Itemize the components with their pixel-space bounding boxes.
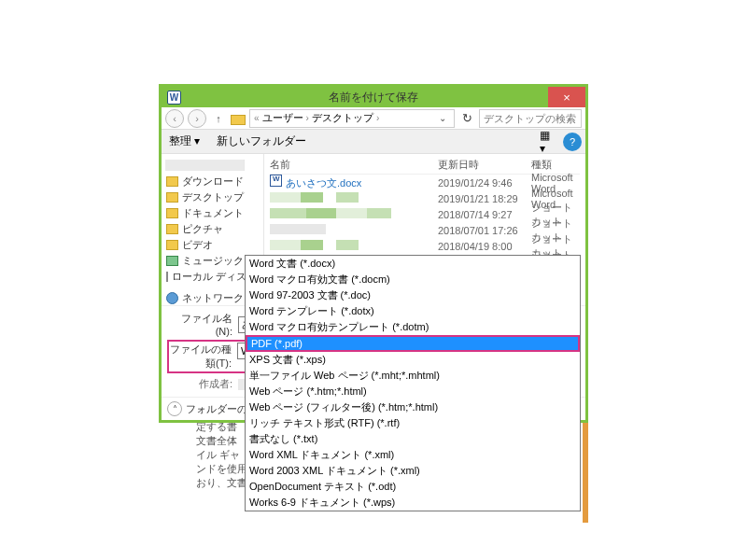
new-folder-button[interactable]: 新しいフォルダー <box>217 133 306 149</box>
close-button[interactable]: × <box>548 87 585 107</box>
sidebar-item-label: デスクトップ <box>182 190 244 204</box>
nav-bar: ‹ › ↑ « ユーザー › デスクトップ › ⌄ ↻ <box>162 107 585 130</box>
filetype-option[interactable]: Word マクロ有効文書 (*.docm) <box>246 272 580 287</box>
titlebar: W 名前を付けて保存 × <box>162 87 585 107</box>
sidebar-item-desktop[interactable]: デスクトップ <box>165 189 260 205</box>
filetype-option[interactable]: 書式なし (*.txt) <box>246 431 580 447</box>
filetype-option[interactable]: Word 文書 (*.docx) <box>246 256 580 272</box>
folder-icon <box>166 192 178 203</box>
file-date: 2018/07/14 9:27 <box>438 209 531 220</box>
sidebar-item-label: ドキュメント <box>182 206 244 220</box>
col-name[interactable]: 名前 <box>270 158 438 172</box>
filetype-option[interactable]: 単一ファイル Web ページ (*.mht;*.mhtml) <box>246 368 580 384</box>
filetype-option[interactable]: Web ページ (フィルター後) (*.htm;*.html) <box>246 399 580 415</box>
folder-icon <box>166 176 178 187</box>
file-date: 2018/04/19 8:00 <box>438 241 531 252</box>
sidebar-item-label: ビデオ <box>182 238 213 252</box>
filename-label: ファイル名(N): <box>167 312 238 337</box>
sidebar-item-documents[interactable]: ドキュメント <box>165 205 260 221</box>
breadcrumb[interactable]: « ユーザー › デスクトップ › ⌄ <box>249 109 455 128</box>
blurred-filename <box>270 240 359 250</box>
sidebar-item-pictures[interactable]: ピクチャ <box>165 221 260 237</box>
dialog-title: 名前を付けて保存 <box>162 90 585 105</box>
filetype-option[interactable]: PDF (*.pdf) <box>246 335 580 352</box>
folder-icon <box>231 112 246 125</box>
sidebar-item-label: ダウンロード <box>182 175 244 189</box>
filetype-label: ファイルの種類(T): <box>170 343 237 371</box>
view-button[interactable]: ▦ ▾ <box>539 133 559 151</box>
search-input[interactable] <box>479 109 582 128</box>
help-button[interactable]: ? <box>563 133 582 151</box>
drive-icon <box>166 272 168 282</box>
filetype-option[interactable]: Word 97-2003 文書 (*.doc) <box>246 287 580 303</box>
organize-button[interactable]: 整理 ▾ <box>169 133 200 149</box>
music-icon <box>166 256 178 266</box>
docx-icon <box>270 175 282 187</box>
filetype-option[interactable]: Web ページ (*.htm;*.html) <box>246 384 580 399</box>
author-label: 作成者: <box>167 377 238 391</box>
blurred-filename <box>270 208 391 218</box>
filetype-option[interactable]: Word 2003 XML ドキュメント (*.xml) <box>246 463 580 479</box>
sidebar-item-downloads[interactable]: ダウンロード <box>165 174 260 189</box>
folder-icon <box>166 208 178 218</box>
crumb-dropdown[interactable]: ⌄ <box>435 113 450 123</box>
blurred-filename <box>270 192 359 203</box>
toolbar: 整理 ▾ 新しいフォルダー ▦ ▾ ? <box>162 130 585 154</box>
forward-button[interactable]: › <box>188 109 206 128</box>
sidebar-item-label: ピクチャ <box>182 222 223 236</box>
filetype-option[interactable]: Word テンプレート (*.dotx) <box>246 303 580 319</box>
up-button[interactable]: ↑ <box>210 110 227 127</box>
folder-icon <box>166 240 178 250</box>
col-type[interactable]: 種類 <box>531 158 580 172</box>
sidebar-item-videos[interactable]: ビデオ <box>165 237 260 253</box>
filetype-option[interactable]: XPS 文書 (*.xps) <box>246 352 580 368</box>
blurred-sidebar-item <box>165 160 245 171</box>
blurred-filename <box>270 224 326 234</box>
back-button[interactable]: ‹ <box>165 109 184 128</box>
file-name: あいさつ文.docx <box>286 177 361 189</box>
crumb-sep: › <box>376 113 379 123</box>
refresh-button[interactable]: ↻ <box>458 110 475 127</box>
filetype-option[interactable]: Word マクロ有効テンプレート (*.dotm) <box>246 319 580 335</box>
file-date: 2019/01/24 9:46 <box>438 177 531 189</box>
crumb-desktop[interactable]: デスクトップ <box>312 111 373 125</box>
crumb-sep: « <box>254 113 260 123</box>
crumb-users[interactable]: ユーザー <box>262 111 303 125</box>
crumb-sep: › <box>306 113 309 123</box>
col-date[interactable]: 更新日時 <box>438 158 531 172</box>
collapse-folders-button[interactable]: ˄ <box>167 401 182 416</box>
filetype-option[interactable]: Word XML ドキュメント (*.xml) <box>246 447 580 463</box>
sidebar-item-label: ネットワーク <box>182 291 244 305</box>
file-date: 2019/01/21 18:29 <box>438 193 531 204</box>
sidebar-item-label: ミュージック <box>182 254 244 268</box>
file-date: 2018/07/01 17:26 <box>438 225 531 236</box>
filetype-option[interactable]: Works 6-9 ドキュメント (*.wps) <box>246 495 580 511</box>
filetype-option[interactable]: リッチ テキスト形式 (RTF) (*.rtf) <box>246 415 580 431</box>
folder-icon <box>166 224 178 234</box>
filetype-dropdown[interactable]: Word 文書 (*.docx)Word マクロ有効文書 (*.docm)Wor… <box>245 255 581 511</box>
filetype-option[interactable]: OpenDocument テキスト (*.odt) <box>246 479 580 495</box>
network-icon <box>166 292 178 304</box>
